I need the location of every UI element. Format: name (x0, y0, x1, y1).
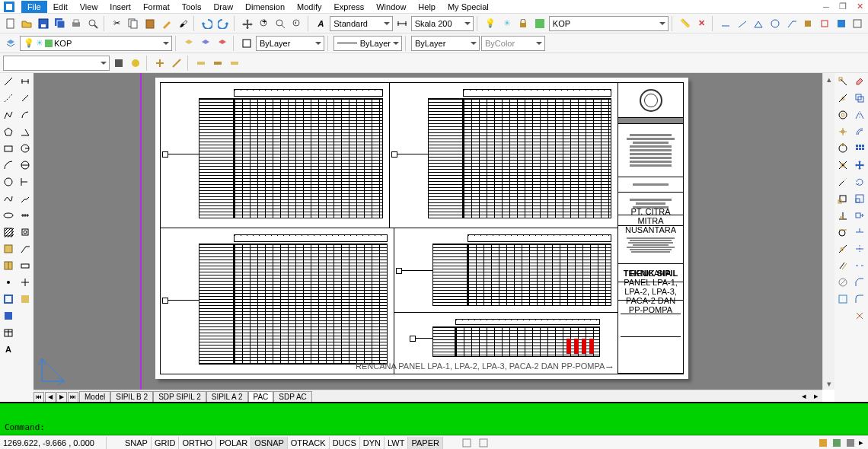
tray-icon-2[interactable] (831, 438, 842, 448)
layer-manager-icon[interactable] (3, 36, 18, 51)
extension-icon[interactable] (836, 175, 850, 189)
menu-window[interactable]: Window (370, 1, 412, 13)
close-x-icon[interactable]: ✕ (694, 16, 710, 31)
dim-radius-icon[interactable] (767, 16, 783, 31)
lineweight-combo[interactable]: ByLayer (333, 36, 402, 51)
scroll-right-icon[interactable]: ▸ (810, 391, 822, 401)
node-icon[interactable] (836, 125, 850, 139)
vertical-scrollbar[interactable]: ▴ ▾ (822, 73, 834, 390)
dimjog-icon[interactable] (18, 192, 32, 205)
center-icon[interactable] (18, 275, 32, 289)
center-snap-icon[interactable] (836, 108, 850, 122)
minimize-button[interactable]: ─ (818, 0, 834, 14)
arc-icon[interactable] (2, 158, 15, 172)
ducs-toggle[interactable]: DUCS (330, 437, 360, 449)
array-icon[interactable] (853, 142, 866, 155)
dimord-icon[interactable] (18, 175, 32, 189)
dimstyle-icon[interactable] (18, 292, 32, 306)
rectangle-icon[interactable] (2, 142, 15, 155)
osnap-set-icon[interactable] (836, 292, 850, 306)
quadrant-icon[interactable] (836, 142, 850, 155)
paste-icon[interactable] (142, 16, 158, 31)
fillet-icon[interactable] (853, 292, 866, 306)
menu-file[interactable]: File (21, 1, 47, 13)
cut-icon[interactable]: ✂ (110, 16, 125, 31)
zoom-prev-icon[interactable] (289, 16, 305, 31)
drawing-canvas[interactable]: PT. CITRA MITRA NUSANTARA TEKNIK SIPIL R… (34, 73, 834, 390)
break-icon[interactable] (853, 259, 866, 272)
tray-expand-icon[interactable]: ▸ (859, 438, 863, 448)
text-style-combo[interactable]: Standard (330, 16, 393, 31)
parallel-icon[interactable] (836, 259, 850, 272)
new-icon[interactable] (3, 16, 18, 31)
ext5-icon[interactable] (193, 56, 209, 71)
undo-icon[interactable] (199, 16, 215, 31)
dimlin-icon[interactable] (18, 75, 32, 88)
layer-lock-icon[interactable] (516, 16, 531, 31)
tolerance-icon[interactable] (18, 259, 32, 272)
scale-icon[interactable] (853, 192, 866, 205)
offset-icon[interactable] (853, 125, 866, 139)
dimbl-icon[interactable] (18, 225, 32, 239)
dim-edit-icon[interactable] (800, 16, 815, 31)
tab-sdpsipil2[interactable]: SDP SIPIL 2 (153, 391, 206, 403)
move-icon[interactable] (853, 158, 866, 172)
ortho-toggle[interactable]: ORTHO (179, 437, 216, 449)
matchprop-icon[interactable] (159, 16, 174, 31)
dim-tool-icon[interactable] (834, 16, 849, 31)
command-line[interactable]: Command: (0, 402, 868, 435)
chamfer-icon[interactable] (853, 275, 866, 289)
lwt-toggle[interactable]: LWT (385, 437, 408, 449)
linetype-combo[interactable]: ByLayer (256, 36, 324, 51)
scroll-up-icon[interactable]: ▴ (823, 73, 834, 85)
polyline-icon[interactable] (2, 108, 15, 122)
intersection-icon[interactable] (836, 158, 850, 172)
tab-sipilb2[interactable]: SIPIL B 2 (110, 391, 153, 403)
tray-icon-3[interactable] (845, 438, 856, 448)
dim-style-combo[interactable]: Skala 200 (411, 16, 474, 31)
pan-icon[interactable] (240, 16, 255, 31)
perp-icon[interactable] (836, 209, 850, 222)
polar-toggle[interactable]: POLAR (216, 437, 251, 449)
ext6-icon[interactable] (210, 56, 225, 71)
save-icon[interactable] (36, 16, 51, 31)
preview-icon[interactable] (85, 16, 101, 31)
menu-format[interactable]: Format (137, 1, 176, 13)
menu-dimension[interactable]: Dimension (239, 1, 291, 13)
dim-linear-icon[interactable] (718, 16, 733, 31)
named-view-combo[interactable] (3, 56, 110, 71)
layer-combo-2[interactable]: 💡☀ KOP (20, 36, 172, 51)
copy-icon[interactable] (126, 16, 141, 31)
menu-view[interactable]: View (74, 1, 104, 13)
mirror-icon[interactable] (853, 108, 866, 122)
status-icon-2[interactable] (475, 437, 492, 449)
dyn-toggle[interactable]: DYN (360, 437, 385, 449)
menu-help[interactable]: Help (412, 1, 442, 13)
dimcont-icon[interactable] (18, 209, 32, 222)
saveall-icon[interactable] (53, 16, 68, 31)
stretch-icon[interactable] (853, 209, 866, 222)
ray-icon[interactable] (2, 91, 15, 105)
paper-toggle[interactable]: PAPER (408, 437, 442, 449)
font-icon[interactable]: A (314, 16, 329, 31)
otrack-toggle[interactable]: OTRACK (288, 437, 330, 449)
dim-align-icon[interactable] (735, 16, 750, 31)
ext2-icon[interactable] (128, 56, 143, 71)
menu-draw[interactable]: Draw (207, 1, 239, 13)
boundary-icon[interactable] (2, 292, 15, 306)
zoom-window-icon[interactable] (273, 16, 288, 31)
dimarc-icon[interactable] (18, 108, 32, 122)
menu-insert[interactable]: Insert (104, 1, 137, 13)
tab-model[interactable]: Model (79, 391, 110, 403)
menu-modify[interactable]: Modify (291, 1, 327, 13)
tray-icon-1[interactable] (818, 438, 828, 448)
zoom-realtime-icon[interactable]: + (257, 16, 272, 31)
circle-icon[interactable] (2, 175, 15, 189)
insert-icon[interactable] (2, 242, 15, 256)
menu-myspecial[interactable]: My Special (442, 1, 495, 13)
layerfrz-icon[interactable] (215, 36, 230, 51)
nearest-icon[interactable] (836, 242, 850, 256)
tab-prev-icon[interactable]: ◀ (45, 392, 56, 403)
tab-first-icon[interactable]: ⏮ (34, 392, 44, 403)
menu-tools[interactable]: Tools (176, 1, 208, 13)
